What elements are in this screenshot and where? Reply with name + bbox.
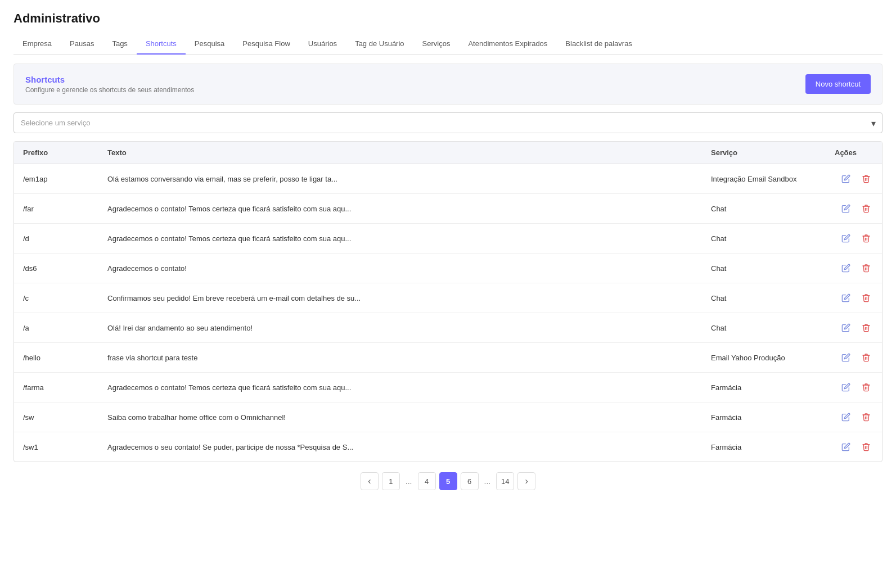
section-title: Shortcuts <box>25 75 194 84</box>
trash-icon <box>862 413 871 422</box>
delete-button[interactable] <box>859 232 873 245</box>
pagination-page-4[interactable]: 4 <box>418 472 436 490</box>
delete-button[interactable] <box>859 202 873 215</box>
edit-button[interactable] <box>839 410 853 424</box>
pagination-page-1[interactable]: 1 <box>382 472 400 490</box>
shortcuts-table: Prefixo Texto Serviço Ações /em1ap Olá e… <box>14 142 882 462</box>
tab-blacklist[interactable]: Blacklist de palavras <box>556 34 641 55</box>
cell-servico: Chat <box>702 313 826 343</box>
table-row: /farma Agradecemos o contato! Temos cert… <box>14 373 882 402</box>
delete-button[interactable] <box>859 381 873 394</box>
cell-texto: Olá estamos conversando via email, mas s… <box>98 164 702 194</box>
edit-button[interactable] <box>839 440 853 454</box>
cell-texto: Agradecemos o contato! Temos certeza que… <box>98 373 702 402</box>
edit-icon <box>841 353 850 362</box>
nav-tabs: Empresa Pausas Tags Shortcuts Pesquisa P… <box>13 34 883 55</box>
edit-button[interactable] <box>839 261 853 275</box>
trash-icon <box>862 234 871 243</box>
section-header: Shortcuts Configure e gerencie os shortc… <box>13 64 883 105</box>
pagination-next[interactable]: › <box>517 472 535 490</box>
pagination-page-14[interactable]: 14 <box>496 472 514 490</box>
cell-servico: Integração Email Sandbox <box>702 164 826 194</box>
tab-pesquisa[interactable]: Pesquisa <box>186 34 233 55</box>
cell-texto: Confirmamos seu pedido! Em breve receber… <box>98 283 702 313</box>
edit-button[interactable] <box>839 381 853 394</box>
table-header: Prefixo Texto Serviço Ações <box>14 142 882 164</box>
tab-servicos[interactable]: Serviços <box>413 34 460 55</box>
delete-button[interactable] <box>859 261 873 275</box>
tab-atendimentos-expirados[interactable]: Atendimentos Expirados <box>459 34 556 55</box>
pagination-page-5[interactable]: 5 <box>439 472 457 490</box>
trash-icon <box>862 383 871 392</box>
col-header-prefixo: Prefixo <box>14 142 98 164</box>
cell-texto: Agradecemos o contato! <box>98 254 702 283</box>
edit-icon <box>841 383 850 392</box>
cell-servico: Chat <box>702 224 826 254</box>
tab-empresa[interactable]: Empresa <box>13 34 61 55</box>
col-header-texto: Texto <box>98 142 702 164</box>
tab-shortcuts[interactable]: Shortcuts <box>137 34 186 55</box>
edit-button[interactable] <box>839 321 853 334</box>
edit-icon <box>841 442 850 451</box>
cell-acoes <box>826 254 882 283</box>
edit-button[interactable] <box>839 232 853 245</box>
pagination-dots-1: ... <box>403 477 415 486</box>
table-row: /far Agradecemos o contato! Temos certez… <box>14 194 882 224</box>
cell-acoes <box>826 164 882 194</box>
cell-acoes <box>826 402 882 432</box>
table-row: /d Agradecemos o contato! Temos certeza … <box>14 224 882 254</box>
delete-button[interactable] <box>859 410 873 424</box>
trash-icon <box>862 323 871 332</box>
table-row: /em1ap Olá estamos conversando via email… <box>14 164 882 194</box>
delete-button[interactable] <box>859 351 873 364</box>
cell-prefixo: /ds6 <box>14 254 98 283</box>
cell-acoes <box>826 283 882 313</box>
shortcuts-table-container: Prefixo Texto Serviço Ações /em1ap Olá e… <box>13 141 883 462</box>
cell-prefixo: /far <box>14 194 98 224</box>
cell-prefixo: /sw <box>14 402 98 432</box>
cell-servico: Farmácia <box>702 432 826 462</box>
tab-tag-usuario[interactable]: Tag de Usuário <box>346 34 413 55</box>
table-row: /ds6 Agradecemos o contato! Chat <box>14 254 882 283</box>
tab-usuarios[interactable]: Usuários <box>299 34 346 55</box>
cell-texto: Olá! Irei dar andamento ao seu atendimen… <box>98 313 702 343</box>
edit-icon <box>841 264 850 273</box>
delete-button[interactable] <box>859 440 873 454</box>
delete-button[interactable] <box>859 291 873 305</box>
edit-button[interactable] <box>839 291 853 305</box>
cell-texto: Agradecemos o contato! Temos certeza que… <box>98 224 702 254</box>
cell-servico: Chat <box>702 194 826 224</box>
edit-icon <box>841 234 850 243</box>
delete-button[interactable] <box>859 321 873 334</box>
col-header-acoes: Ações <box>826 142 882 164</box>
edit-icon <box>841 174 850 183</box>
trash-icon <box>862 264 871 273</box>
cell-texto: frase via shortcut para teste <box>98 343 702 373</box>
edit-button[interactable] <box>839 202 853 215</box>
delete-button[interactable] <box>859 172 873 186</box>
cell-acoes <box>826 432 882 462</box>
pagination-prev[interactable]: ‹ <box>361 472 379 490</box>
tab-tags[interactable]: Tags <box>103 34 136 55</box>
col-header-servico: Serviço <box>702 142 826 164</box>
trash-icon <box>862 353 871 362</box>
trash-icon <box>862 174 871 183</box>
cell-servico: Farmácia <box>702 402 826 432</box>
pagination-page-6[interactable]: 6 <box>461 472 479 490</box>
cell-servico: Email Yahoo Produção <box>702 343 826 373</box>
section-header-info: Shortcuts Configure e gerencie os shortc… <box>25 75 194 94</box>
edit-button[interactable] <box>839 172 853 186</box>
service-select[interactable]: Selecione um serviço <box>13 112 883 133</box>
trash-icon <box>862 204 871 213</box>
edit-button[interactable] <box>839 351 853 364</box>
tab-pesquisa-flow[interactable]: Pesquisa Flow <box>233 34 299 55</box>
service-select-wrapper: Selecione um serviço ▾ <box>13 112 883 133</box>
cell-texto: Agradecemos o contato! Temos certeza que… <box>98 194 702 224</box>
cell-acoes <box>826 313 882 343</box>
cell-prefixo: /c <box>14 283 98 313</box>
cell-prefixo: /hello <box>14 343 98 373</box>
new-shortcut-button[interactable]: Novo shortcut <box>805 74 871 94</box>
tab-pausas[interactable]: Pausas <box>61 34 103 55</box>
page-title: Administrativo <box>13 11 883 26</box>
cell-servico: Chat <box>702 254 826 283</box>
